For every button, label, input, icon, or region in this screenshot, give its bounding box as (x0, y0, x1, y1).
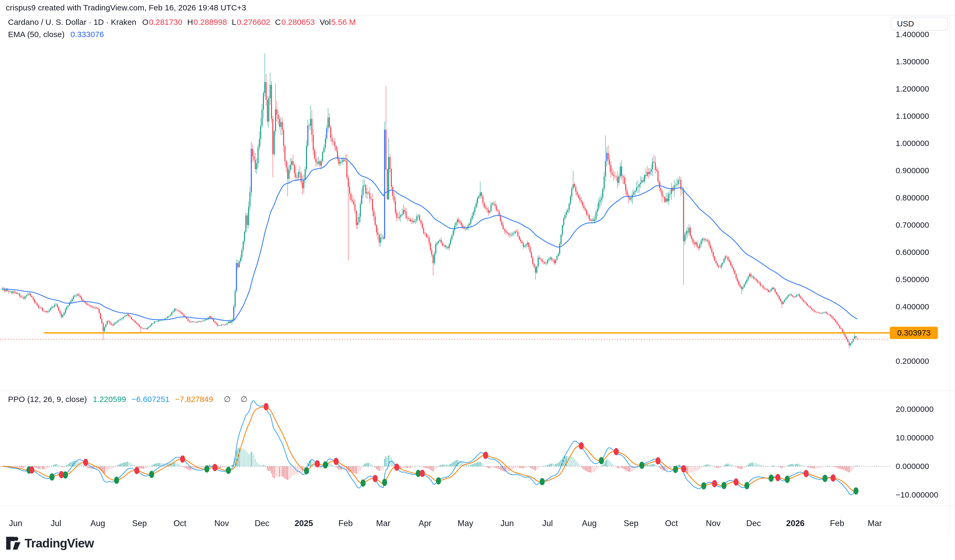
symbol-legend-row[interactable]: Cardano / U. S. Dollar · 1D · KrakenO0.2… (8, 18, 362, 27)
time-axis-label: Oct (665, 519, 678, 528)
time-axis-label: Feb (338, 519, 352, 528)
price-axis-label: 1.200000 (896, 84, 929, 94)
header-divider (0, 15, 955, 16)
ohlc-field-label: L (232, 18, 236, 27)
ppo-axis-label: 10.000000 (896, 433, 934, 442)
ppo-values: 1.220599−6.607251−7.827849 (93, 395, 218, 404)
time-axis-label: Nov (706, 519, 721, 528)
ohlc-field-label: Vol (319, 18, 331, 27)
ohlc-field-label: C (275, 18, 281, 27)
ppo-axis-label: −10.000000 (896, 490, 938, 499)
ppo-legend-row[interactable]: PPO (12, 26, 9, close)1.220599−6.607251−… (8, 395, 253, 404)
price-axis-label: 0.500000 (896, 275, 929, 284)
price-axis-label: 1.100000 (896, 112, 929, 121)
price-axis-label: 0.900000 (896, 166, 929, 175)
time-axis-label: Aug (90, 519, 105, 528)
chart-pane-canvas[interactable] (0, 0, 955, 560)
ohlc-field-label: O (142, 18, 148, 27)
price-axis-label: 0.600000 (896, 248, 929, 257)
price-axis-label: 0.200000 (896, 357, 929, 366)
time-axis-label: Apr (418, 519, 431, 528)
ppo-axis-label: 20.000000 (896, 405, 934, 414)
ema-legend-row[interactable]: EMA (50, close)0.333076 (8, 30, 106, 39)
time-axis-label: May (457, 519, 473, 528)
attribution-text: crispus9 created with TradingView.com, F… (6, 3, 246, 12)
ema-label: EMA (50, close) (8, 30, 65, 39)
ohlc-field-value: 0.281730 (149, 18, 183, 27)
ema-value: 0.333076 (70, 30, 104, 39)
price-axis-label: 1.400000 (896, 30, 929, 39)
time-axis-label: Jun (501, 519, 514, 528)
ppo-style-icons: ∅ ∅ (224, 395, 251, 404)
time-axis-label: Jul (51, 519, 61, 528)
ppo-value: 1.220599 (93, 395, 126, 404)
price-axis-label: 0.800000 (896, 193, 929, 202)
ohlc-field-value: 0.280653 (281, 18, 315, 27)
time-axis-label: Dec (746, 519, 761, 528)
ohlc-field-value: 0.276602 (237, 18, 270, 27)
time-axis-divider (0, 506, 955, 506)
ppo-label: PPO (12, 26, 9, close) (8, 395, 87, 404)
ohlc-field-value: 5.56 M (331, 18, 356, 27)
time-axis-label: Mar (867, 519, 882, 528)
time-axis-label: Sep (624, 519, 638, 528)
hline-price-badge[interactable]: 0.303973 (890, 327, 938, 339)
time-axis-label: Sep (132, 519, 147, 528)
tradingview-chart-page: { "header": { "attribution": "crispus9 c… (0, 0, 955, 560)
time-axis-label: Jun (9, 519, 22, 528)
time-axis-label: Aug (582, 519, 596, 528)
time-axis-label: Mar (376, 519, 390, 528)
time-axis-label: 2025 (294, 519, 313, 528)
time-axis-label: Feb (830, 519, 844, 528)
tradingview-logo-icon (6, 537, 21, 550)
ohlc-field-label: H (187, 18, 193, 27)
tradingview-logo-text: TradingView (25, 536, 94, 551)
price-axis-label: 1.000000 (896, 139, 929, 148)
time-axis-label: 2026 (786, 519, 805, 528)
ohlc-values: O0.281730H0.288998L0.276602C0.280653Vol5… (142, 18, 360, 27)
symbol-title[interactable]: Cardano / U. S. Dollar · 1D · Kraken (8, 18, 136, 27)
time-axis-label: Jul (542, 519, 553, 528)
ohlc-field-value: 0.288998 (193, 18, 227, 27)
time-axis-label: Nov (214, 519, 229, 528)
right-edge-divider (949, 15, 950, 533)
time-axis-label: Dec (255, 519, 269, 528)
ppo-value: −6.607251 (132, 395, 170, 404)
price-axis-label: 0.700000 (896, 220, 929, 229)
currency-toggle-button[interactable]: USD (891, 17, 948, 31)
ppo-axis-label: 0.000000 (896, 462, 929, 471)
price-axis-label: 1.300000 (896, 57, 929, 66)
price-axis-label: 0.400000 (896, 302, 929, 311)
ppo-value: −7.827849 (175, 395, 213, 404)
pane-divider (0, 390, 955, 391)
tradingview-logo[interactable]: TradingView (6, 536, 94, 551)
time-axis-label: Oct (174, 519, 186, 528)
